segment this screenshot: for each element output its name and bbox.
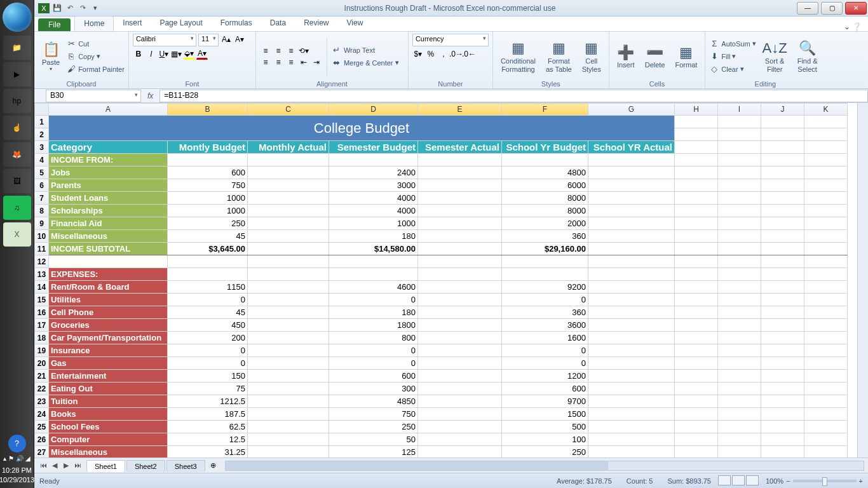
align-center-icon[interactable]: ≡ [273,57,284,68]
data-cell[interactable] [588,154,675,166]
data-cell[interactable] [248,306,329,319]
label-cell[interactable]: Groceries [49,319,168,332]
data-cell[interactable] [588,395,675,408]
find-select-button[interactable]: 🔍Find & Select [794,38,822,74]
data-cell[interactable] [418,421,502,433]
ribbon-tab-page-layout[interactable]: Page Layout [151,16,211,31]
data-cell[interactable] [588,255,675,268]
data-cell[interactable] [418,370,502,383]
data-cell[interactable]: 180 [329,230,418,243]
ribbon-tab-review[interactable]: Review [295,16,337,31]
data-cell[interactable]: 2000 [502,217,588,230]
data-cell[interactable] [418,306,502,319]
data-cell[interactable]: 1150 [168,281,248,294]
label-cell[interactable]: INCOME FROM: [49,154,168,166]
data-cell[interactable] [418,446,502,458]
data-cell[interactable] [329,154,418,166]
row-header-12[interactable]: 12 [35,255,49,268]
row-header-27[interactable]: 27 [35,446,49,458]
data-cell[interactable]: 1600 [502,332,588,344]
taskbar-help-icon[interactable]: ? [8,435,26,452]
row-header-13[interactable]: 13 [35,268,49,281]
data-cell[interactable]: 187.5 [168,408,248,421]
data-cell[interactable] [248,179,329,192]
number-format-combo[interactable]: Currency [412,34,489,46]
col-header-G[interactable]: G [588,104,675,116]
data-cell[interactable] [588,192,675,205]
row-header-20[interactable]: 20 [35,357,49,370]
data-cell[interactable]: 600 [329,370,418,383]
cell-styles-button[interactable]: ▦Cell Styles [578,38,605,74]
increase-decimal-icon[interactable]: .0→ [451,48,462,60]
data-cell[interactable]: 3000 [329,179,418,192]
spreadsheet-grid[interactable]: ABCDEFGHIJK1College Budget23CategoryMont… [34,103,868,458]
start-button[interactable] [3,3,32,32]
cut-button[interactable]: ✂Cut [66,37,125,50]
col-header-B[interactable]: B [168,104,248,116]
data-cell[interactable] [418,255,502,268]
col-header-H[interactable]: H [675,104,718,116]
data-cell[interactable] [418,205,502,217]
label-cell[interactable]: Student Loans [49,192,168,205]
border-button[interactable]: ▦▾ [171,48,182,60]
col-header-I[interactable]: I [718,104,761,116]
fx-icon[interactable]: fx [141,92,159,100]
data-cell[interactable] [418,357,502,370]
label-cell[interactable]: Car Payment/Transportation [49,332,168,344]
data-cell[interactable]: $14,580.00 [329,243,418,255]
row-header-15[interactable]: 15 [35,294,49,306]
data-cell[interactable] [588,166,675,179]
italic-button[interactable]: I [146,48,157,60]
data-cell[interactable]: 1000 [168,192,248,205]
data-cell[interactable] [248,268,329,281]
data-cell[interactable] [248,421,329,433]
undo-icon[interactable]: ↶ [65,3,75,13]
data-cell[interactable] [588,306,675,319]
data-cell[interactable]: 0 [502,294,588,306]
taskbar-app-media[interactable]: ▶ [3,62,31,86]
data-cell[interactable] [248,344,329,357]
data-cell[interactable] [418,192,502,205]
row-header-9[interactable]: 9 [35,217,49,230]
data-cell[interactable] [502,154,588,166]
zoom-slider[interactable]: 100% −+ [766,477,863,485]
data-cell[interactable]: 9700 [502,395,588,408]
data-cell[interactable] [248,357,329,370]
data-cell[interactable] [248,243,329,255]
row-header-3[interactable]: 3 [35,141,49,154]
taskbar-app-touch[interactable]: ☝ [3,116,31,140]
data-cell[interactable] [418,179,502,192]
format-as-table-button[interactable]: ▦Format as Table [542,38,576,74]
taskbar-app-excel[interactable]: X [3,222,31,247]
col-header-D[interactable]: D [329,104,418,116]
header-cell[interactable]: Category [49,141,168,154]
row-header-11[interactable]: 11 [35,243,49,255]
label-cell[interactable]: Computer [49,433,168,446]
row-header-26[interactable]: 26 [35,433,49,446]
data-cell[interactable]: 1800 [329,319,418,332]
data-cell[interactable]: 4600 [329,281,418,294]
sheet-tab-sheet3[interactable]: Sheet3 [166,460,205,472]
data-cell[interactable] [588,332,675,344]
sheet-tab-sheet2[interactable]: Sheet2 [126,460,165,472]
data-cell[interactable]: 8000 [502,205,588,217]
header-cell[interactable]: School Yr Budget [502,141,588,154]
data-cell[interactable] [588,433,675,446]
data-cell[interactable]: 8000 [502,192,588,205]
col-header-J[interactable]: J [761,104,804,116]
conditional-formatting-button[interactable]: ▦Conditional Formatting [497,38,539,74]
data-cell[interactable]: 1500 [502,408,588,421]
data-cell[interactable]: 0 [329,294,418,306]
label-cell[interactable]: Miscellaneous [49,446,168,458]
label-cell[interactable]: Books [49,408,168,421]
data-cell[interactable]: 500 [502,421,588,433]
currency-icon[interactable]: $▾ [412,48,424,60]
label-cell[interactable]: Scholarships [49,205,168,217]
data-cell[interactable]: 0 [329,344,418,357]
title-cell[interactable]: College Budget [49,116,675,141]
clear-button[interactable]: ◇Clear ▾ [709,63,756,76]
label-cell[interactable]: Gas [49,357,168,370]
label-cell[interactable] [49,255,168,268]
data-cell[interactable]: 250 [168,217,248,230]
data-cell[interactable] [329,268,418,281]
